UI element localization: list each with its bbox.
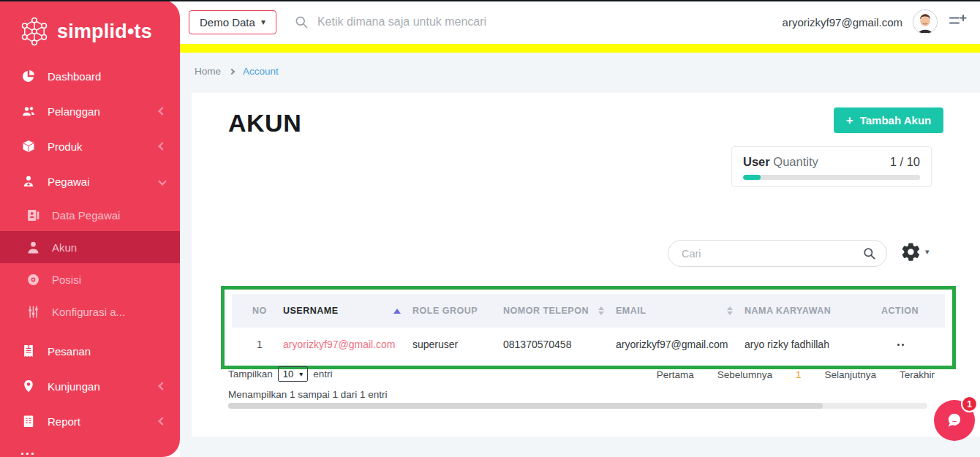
- chevron-down-icon: ▾: [261, 17, 265, 27]
- table-info: Menampilkan 1 sampai 1 dari 1 entri: [228, 389, 388, 400]
- gear-icon: [900, 241, 921, 263]
- sidebar-item-produk[interactable]: Produk: [0, 129, 180, 164]
- simplidots-logo-icon: [18, 15, 51, 48]
- col-no[interactable]: NO: [252, 306, 283, 316]
- customers-icon: [20, 103, 37, 119]
- sidebar-item-kunjungan[interactable]: Kunjungan: [0, 369, 180, 404]
- col-action: ACTION: [881, 306, 945, 316]
- page-previous[interactable]: Sebelumnya: [717, 369, 772, 380]
- sidebar-item-pegawai[interactable]: Pegawai: [0, 164, 180, 199]
- sidebar-item-posisi[interactable]: Posisi: [0, 263, 180, 295]
- magnifier-icon[interactable]: [862, 246, 876, 260]
- org-selector-button[interactable]: Demo Data ▾: [189, 10, 276, 34]
- row-actions-button[interactable]: [881, 344, 945, 346]
- col-email[interactable]: EMAIL: [616, 306, 745, 316]
- sidebar-more-button[interactable]: ...: [0, 439, 180, 457]
- invoice-icon: $: [20, 343, 37, 359]
- table-header-row: NO USERNAME ROLE GROUP NOMOR TELEPON EMA…: [232, 294, 945, 328]
- page-first[interactable]: Pertama: [657, 369, 694, 380]
- breadcrumb-home[interactable]: Home: [195, 66, 221, 77]
- org-selector-label: Demo Data: [200, 16, 255, 29]
- chat-bubble-icon: [943, 409, 965, 431]
- search-icon: [294, 15, 309, 29]
- user-quantity-progress-track: [743, 175, 920, 180]
- chevron-left-icon: [158, 107, 166, 115]
- app-window: Demo Data ▾ aryorizkyf97@gmail.com: [0, 0, 980, 457]
- chevron-down-icon: [158, 177, 166, 185]
- avatar-image: [913, 10, 937, 34]
- horizontal-scrollbar[interactable]: [228, 403, 927, 409]
- chevron-left-icon: [158, 382, 166, 390]
- sidebar-item-report[interactable]: Report: [0, 404, 180, 439]
- table-row: 1 aryorizkyf97@gmail.com superuser 08137…: [232, 328, 945, 361]
- topbar-right: aryorizkyf97@gmail.com: [783, 10, 967, 34]
- sidebar-item-pesanan[interactable]: $ Pesanan: [0, 333, 180, 369]
- page-last[interactable]: Terakhir: [900, 369, 935, 380]
- table-search: [668, 240, 887, 267]
- topbar: Demo Data ▾ aryorizkyf97@gmail.com: [180, 0, 980, 44]
- sort-both-icon: [727, 306, 733, 315]
- col-nomor-telepon[interactable]: NOMOR TELEPON: [503, 306, 616, 316]
- show-label: Tampilkan: [228, 369, 273, 379]
- add-account-label: Tambah Akun: [860, 114, 932, 126]
- breadcrumb-current[interactable]: Account: [243, 66, 279, 77]
- user-quantity-value: 1 / 10: [890, 155, 920, 169]
- sidebar-item-pelanggan[interactable]: Pelanggan: [0, 94, 180, 129]
- cell-no: 1: [252, 339, 283, 350]
- global-search: [294, 15, 783, 29]
- chevron-right-icon: [229, 68, 235, 74]
- sidebar-item-data-pegawai[interactable]: Data Pegawai: [0, 199, 180, 231]
- sidebar-item-dashboard[interactable]: Dashboard: [0, 58, 180, 94]
- accounts-table-highlight: NO USERNAME ROLE GROUP NOMOR TELEPON EMA…: [221, 286, 956, 369]
- sidebar: simplid•ts Dashboard Pelanggan Produk Pe…: [0, 0, 180, 457]
- cell-email: aryorizkyf97@gmail.com: [616, 339, 745, 350]
- chat-fab-button[interactable]: 1: [934, 400, 975, 441]
- user-quantity-label: User Quantity: [743, 155, 818, 169]
- logo-text: simplid•ts: [57, 20, 152, 43]
- add-list-icon[interactable]: [948, 12, 967, 32]
- user-email: aryorizkyf97@gmail.com: [783, 16, 902, 29]
- table-search-input[interactable]: [682, 248, 862, 260]
- chevron-left-icon: [158, 142, 166, 150]
- chevron-left-icon: [158, 417, 166, 425]
- window-top-border: [0, 0, 980, 1]
- page-length-control: Tampilkan 10 ▾ entri: [228, 366, 333, 382]
- report-icon: [20, 413, 37, 429]
- cell-role-group: superuser: [412, 339, 503, 350]
- chevron-down-icon: ▾: [925, 247, 930, 257]
- svg-text:$: $: [28, 344, 30, 349]
- chat-unread-badge: 1: [961, 396, 978, 412]
- add-account-button[interactable]: + Tambah Akun: [834, 107, 943, 133]
- sort-asc-icon: [393, 309, 401, 314]
- global-search-input[interactable]: [317, 15, 625, 29]
- user-quantity-progress-fill: [743, 175, 761, 180]
- col-username[interactable]: USERNAME: [283, 306, 412, 316]
- avatar[interactable]: [913, 10, 938, 34]
- logo: simplid•ts: [0, 0, 180, 58]
- notification-bar: [180, 44, 980, 53]
- dashboard-pie-icon: [20, 68, 37, 84]
- chevron-down-icon: ▾: [299, 370, 303, 378]
- table-settings-dropdown[interactable]: ▾: [900, 241, 930, 263]
- col-nama-karyawan[interactable]: NAMA KARYAWAN: [745, 306, 881, 316]
- position-disc-icon: [25, 271, 41, 287]
- cell-username-link[interactable]: aryorizkyf97@gmail.com: [283, 339, 412, 350]
- page-size-select[interactable]: 10 ▾: [278, 366, 309, 382]
- account-person-icon: [25, 239, 41, 255]
- sort-both-icon: [598, 306, 604, 315]
- page-next[interactable]: Selanjutnya: [824, 369, 876, 380]
- col-role-group[interactable]: ROLE GROUP: [412, 306, 503, 316]
- pagination: Pertama Sebelumnya 1 Selanjutnya Terakhi…: [657, 369, 935, 380]
- user-quantity-card: User Quantity 1 / 10: [731, 146, 932, 187]
- map-pin-icon: [20, 378, 37, 394]
- page-title: AKUN: [228, 109, 301, 137]
- sidebar-item-konfigurasi[interactable]: Konfigurasi a...: [0, 295, 180, 328]
- scrollbar-thumb[interactable]: [228, 403, 823, 409]
- cell-employee-name: aryo rizky fadhillah: [745, 339, 881, 350]
- product-box-icon: [20, 138, 37, 154]
- entries-label: entri: [313, 369, 332, 379]
- breadcrumb: Home Account: [195, 66, 279, 77]
- page-current[interactable]: 1: [796, 369, 802, 380]
- sidebar-item-akun[interactable]: Akun: [0, 231, 180, 263]
- content-area: Home Account AKUN + Tambah Akun User Qua…: [180, 53, 980, 457]
